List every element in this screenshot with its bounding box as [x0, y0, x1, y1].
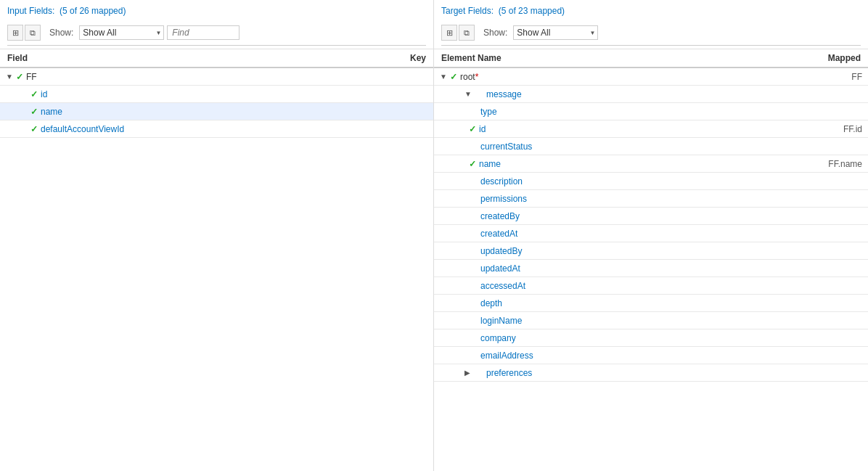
target-toolbar-icons: ⊞ ⧉ [441, 25, 475, 41]
target-id-field-name: id [479, 124, 661, 134]
target-row-message[interactable]: ▼ message [434, 86, 868, 103]
input-row-ff[interactable]: ▼ ✓ FF [0, 68, 433, 86]
input-row-defaultaccountviewid[interactable]: ✓ defaultAccountViewId [0, 120, 433, 138]
default-check-icon: ✓ [30, 124, 38, 134]
accessedat-field-name: accessedAt [480, 281, 671, 291]
target-panel: Target Fields: (5 of 23 mapped) ⊞ ⧉ Show… [434, 0, 868, 471]
target-col-mapped: Mapped [828, 53, 861, 63]
loginname-field-name: loginName [480, 316, 671, 326]
input-row-default-content: ✓ defaultAccountViewId [20, 124, 433, 134]
input-tree: ▼ ✓ FF ✓ id ✓ name [0, 68, 433, 471]
name-check-icon: ✓ [30, 107, 38, 117]
target-row-type[interactable]: type [434, 103, 868, 120]
input-show-select-wrapper: Show All Show Mapped Show Unmapped [79, 25, 164, 40]
type-field-name: type [480, 107, 671, 117]
message-expand-icon[interactable]: ▼ [464, 90, 472, 98]
target-row-company[interactable]: company [434, 329, 868, 347]
root-field-name: root* [460, 72, 656, 82]
root-check-icon: ✓ [450, 72, 457, 82]
target-row-updatedat[interactable]: updatedAt [434, 260, 868, 277]
target-row-name-content: ✓ name FF.name [469, 159, 868, 169]
updatedat-field-name: updatedAt [480, 263, 671, 274]
target-row-currentstatus-content: currentStatus [469, 142, 868, 152]
target-toolbar: ⊞ ⧉ Show: Show All Show Mapped Show Unma… [441, 20, 861, 46]
target-row-createdby[interactable]: createdBy [434, 208, 868, 225]
target-id-check-icon: ✓ [469, 124, 476, 134]
target-row-description[interactable]: description [434, 173, 868, 190]
input-add-button[interactable]: ⊞ [7, 25, 23, 41]
emailaddress-field-name: emailAddress [480, 351, 671, 361]
input-panel: Input Fields: (5 of 26 mapped) ⊞ ⧉ Show:… [0, 0, 434, 471]
target-row-accessedat[interactable]: accessedAt [434, 277, 868, 295]
target-row-currentstatus[interactable]: currentStatus [434, 138, 868, 155]
input-panel-title: Input Fields: (5 of 26 mapped) [7, 6, 426, 16]
preferences-field-name: preferences [486, 368, 674, 378]
target-col-headers: Element Name Mapped [434, 49, 868, 68]
target-row-createdby-content: createdBy [469, 211, 868, 221]
preferences-expand-icon[interactable]: ▶ [464, 369, 472, 377]
id-field-name: id [41, 89, 427, 99]
target-tree: ▼ ✓ root* FF ▼ message [434, 68, 868, 471]
target-show-select[interactable]: Show All Show Mapped Show Unmapped [513, 25, 598, 40]
ff-check-icon: ✓ [16, 72, 23, 82]
target-row-createdat[interactable]: createdAt [434, 225, 868, 242]
target-row-updatedat-content: updatedAt [469, 263, 868, 274]
input-row-ff-content: ▼ ✓ FF [6, 72, 433, 82]
target-name-field-name: name [479, 159, 654, 169]
target-row-id-content: ✓ id FF.id [469, 124, 868, 134]
input-row-name[interactable]: ✓ name [0, 103, 433, 120]
input-find-input[interactable] [167, 25, 239, 40]
target-show-select-wrapper: Show All Show Mapped Show Unmapped [513, 25, 598, 40]
default-field-name: defaultAccountViewId [41, 124, 427, 134]
id-check-icon: ✓ [30, 89, 38, 99]
target-row-updatedby-content: updatedBy [469, 246, 868, 256]
target-row-accessedat-content: accessedAt [469, 281, 868, 291]
target-row-preferences-content: ▶ preferences [454, 368, 868, 378]
input-row-name-content: ✓ name [20, 107, 433, 117]
target-row-permissions[interactable]: permissions [434, 190, 868, 208]
target-row-emailaddress-content: emailAddress [469, 351, 868, 361]
target-panel-header: Target Fields: (5 of 23 mapped) ⊞ ⧉ Show… [434, 0, 868, 49]
input-col-key: Key [410, 53, 426, 63]
target-row-id[interactable]: ✓ id FF.id [434, 120, 868, 138]
target-row-loginname-content: loginName [469, 316, 868, 326]
input-toolbar-icons: ⊞ ⧉ [7, 25, 41, 41]
name-field-name: name [41, 107, 427, 117]
target-title-label: Target Fields: [441, 6, 494, 16]
target-col-element: Element Name [441, 53, 501, 63]
target-name-mapped-value: FF.name [828, 159, 862, 169]
root-mapped-value: FF [851, 72, 862, 82]
depth-field-name: depth [480, 298, 671, 308]
input-show-select[interactable]: Show All Show Mapped Show Unmapped [79, 25, 164, 40]
target-add-button[interactable]: ⊞ [441, 25, 457, 41]
ff-field-name: FF [26, 72, 420, 82]
target-row-depth[interactable]: depth [434, 295, 868, 312]
root-expand-icon[interactable]: ▼ [440, 73, 447, 81]
target-row-updatedby[interactable]: updatedBy [434, 242, 868, 260]
createdat-field-name: createdAt [480, 229, 671, 239]
input-row-id[interactable]: ✓ id [0, 86, 433, 103]
target-row-name[interactable]: ✓ name FF.name [434, 155, 868, 173]
main-container: Input Fields: (5 of 26 mapped) ⊞ ⧉ Show:… [0, 0, 868, 471]
target-row-emailaddress[interactable]: emailAddress [434, 347, 868, 364]
target-id-mapped-value: FF.id [843, 124, 862, 134]
ff-expand-icon[interactable]: ▼ [6, 73, 13, 81]
input-copy-icon: ⧉ [30, 28, 36, 38]
input-copy-button[interactable]: ⧉ [25, 25, 41, 41]
currentstatus-field-name: currentStatus [480, 142, 671, 152]
target-panel-title: Target Fields: (5 of 23 mapped) [441, 6, 861, 16]
target-row-preferences[interactable]: ▶ preferences [434, 364, 868, 382]
input-col-field: Field [7, 53, 28, 63]
root-star: * [475, 72, 479, 82]
target-copy-button[interactable]: ⧉ [459, 25, 475, 41]
target-row-permissions-content: permissions [469, 194, 868, 204]
message-field-name: message [486, 89, 674, 99]
target-row-createdat-content: createdAt [469, 229, 868, 239]
input-row-id-content: ✓ id [20, 89, 433, 99]
target-row-loginname[interactable]: loginName [434, 312, 868, 329]
target-row-root[interactable]: ▼ ✓ root* FF [434, 68, 868, 86]
input-toolbar: ⊞ ⧉ Show: Show All Show Mapped Show Unma… [7, 20, 426, 46]
target-add-icon: ⊞ [446, 28, 453, 38]
input-add-icon: ⊞ [12, 28, 19, 38]
target-mapped-info: (5 of 23 mapped) [499, 6, 565, 16]
